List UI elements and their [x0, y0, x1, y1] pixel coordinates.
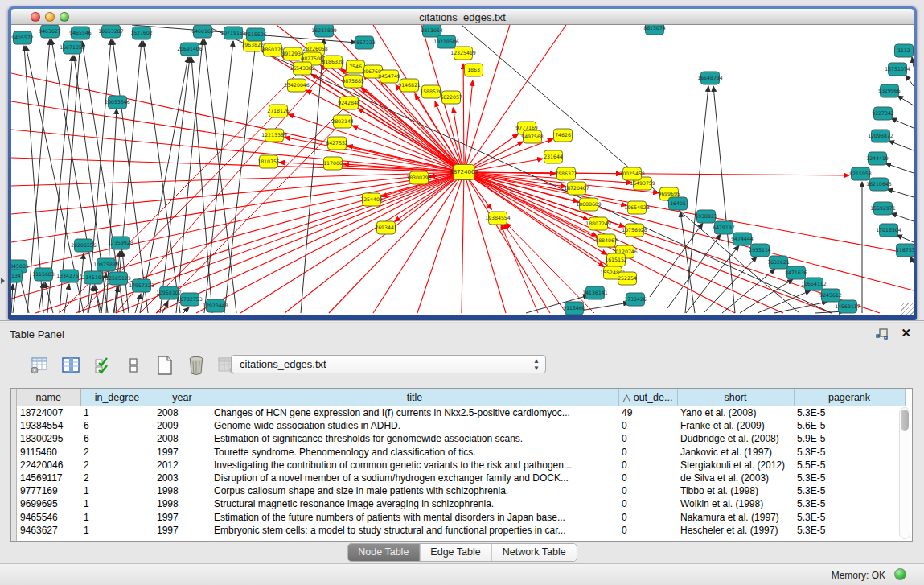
panel-collapse-arrow-icon[interactable] [1, 278, 5, 284]
cell-short[interactable]: Stergiakouli et al. (2012) [677, 459, 794, 472]
column-header-short[interactable]: short [677, 389, 794, 406]
network-edge[interactable] [885, 163, 914, 173]
network-edge[interactable] [462, 172, 464, 313]
cell-name[interactable]: 19384554 [17, 419, 80, 432]
cell-pagerank[interactable]: 5.6E-5 [794, 419, 905, 432]
cell-year[interactable]: 2009 [154, 419, 211, 432]
column-header-pagerank[interactable]: pagerank [794, 389, 905, 406]
column-header-title[interactable]: title [211, 389, 618, 406]
cell-name[interactable]: 9115460 [17, 446, 80, 459]
network-edge[interactable] [897, 235, 914, 242]
network-edge[interactable] [143, 41, 180, 313]
cell-title[interactable]: Genome-wide association studies in ADHD. [211, 419, 618, 432]
cell-name[interactable]: 9463627 [17, 524, 80, 537]
network-edge[interactable] [667, 234, 721, 308]
cell-name[interactable]: 9699695 [17, 497, 80, 510]
network-edge[interactable] [11, 73, 464, 172]
cell-short[interactable]: Jankovic et al. (1997) [677, 446, 794, 459]
cell-year[interactable]: 1997 [154, 524, 211, 537]
network-edge[interactable] [501, 225, 538, 313]
new-document-icon[interactable] [154, 355, 175, 376]
cell-in_degree[interactable]: 6 [80, 419, 154, 432]
cell-short[interactable]: Wolkin et al. (1998) [677, 497, 794, 510]
cell-short[interactable]: Yano et al. (2008) [677, 406, 794, 420]
cell-year[interactable]: 2012 [154, 459, 211, 472]
network-edge[interactable] [906, 75, 914, 86]
cell-name[interactable]: 9777169 [17, 484, 80, 497]
cell-pagerank[interactable]: 5.3E-5 [794, 446, 905, 459]
table-row[interactable]: 2242004622012Investigating the contribut… [17, 459, 905, 472]
network-edge[interactable] [463, 64, 464, 172]
network-edge[interactable] [680, 212, 695, 313]
cell-title[interactable]: Disruption of a novel member of a sodium… [211, 472, 618, 484]
column-header-year[interactable]: year [154, 389, 211, 406]
cell-short[interactable]: Tibbo et al. (1998) [677, 484, 794, 497]
tab-edge-table[interactable]: Edge Table [420, 544, 491, 561]
cell-short[interactable]: de Silva et al. (2003) [677, 472, 794, 484]
network-edge[interactable] [464, 172, 849, 175]
cell-pagerank[interactable]: 5.3E-5 [794, 511, 905, 524]
network-edge[interactable] [11, 172, 464, 270]
cell-name[interactable]: 22420046 [17, 459, 80, 472]
table-row[interactable]: 911546021997Tourette syndrome. Phenomeno… [17, 446, 905, 459]
network-edge[interactable] [11, 130, 464, 172]
network-edge[interactable] [183, 307, 189, 313]
cell-short[interactable]: Hescheler et al. (1997) [677, 524, 794, 537]
network-edge[interactable] [464, 172, 506, 313]
cell-pagerank[interactable]: 5.3E-5 [794, 484, 905, 497]
table-row[interactable]: 1456911722003Disruption of a novel membe… [17, 472, 905, 484]
float-window-icon[interactable] [876, 328, 889, 340]
network-edge[interactable] [685, 86, 708, 313]
network-edge[interactable] [191, 57, 212, 313]
network-edge[interactable] [329, 172, 464, 313]
cell-pagerank[interactable]: 5.3E-5 [794, 497, 905, 510]
tab-node-table[interactable]: Node Table [347, 544, 420, 561]
cell-name[interactable]: 18724007 [17, 406, 80, 420]
resize-grip[interactable] [901, 303, 914, 315]
cell-out_de[interactable]: 0 [618, 497, 677, 510]
network-edge[interactable] [79, 253, 84, 313]
cell-out_de[interactable]: 0 [618, 459, 677, 472]
cell-pagerank[interactable]: 5.3E-5 [794, 524, 905, 537]
table-row[interactable]: 969969511998Structural magnetic resonanc… [17, 497, 905, 510]
cell-name[interactable]: 14569117 [17, 472, 80, 484]
table-scrollbar[interactable] [899, 407, 910, 539]
cell-out_de[interactable]: 0 [618, 472, 677, 484]
network-edge[interactable] [140, 103, 349, 313]
cell-out_de[interactable]: 49 [618, 406, 677, 420]
table-row[interactable]: 946362711997Embryonic stem cells: a mode… [17, 524, 905, 537]
network-edge[interactable] [912, 57, 914, 67]
cell-pagerank[interactable]: 5.9E-5 [794, 432, 905, 445]
table-row[interactable]: 946554611997Estimation of the future num… [17, 511, 905, 524]
table-row[interactable]: 1872400712008Changes of HCN gene express… [17, 406, 905, 420]
cell-title[interactable]: Changes of HCN gene expression and I(f) … [211, 406, 618, 420]
network-edge[interactable] [897, 96, 914, 105]
network-edge[interactable] [11, 172, 464, 299]
network-edge[interactable] [352, 126, 464, 172]
network-edge[interactable] [503, 224, 566, 313]
network-edge[interactable] [713, 86, 735, 313]
table-mode-icon[interactable] [29, 355, 50, 376]
network-edge[interactable] [11, 172, 464, 242]
column-header-in-degree[interactable]: in_degree [80, 389, 154, 406]
network-edge[interactable] [650, 223, 703, 297]
network-edge[interactable] [686, 245, 739, 313]
cell-year[interactable]: 2008 [154, 406, 211, 420]
cell-in_degree[interactable]: 6 [80, 432, 154, 445]
cell-short[interactable]: Dudbridge et al. (2008) [677, 432, 794, 445]
network-edge[interactable] [887, 189, 914, 197]
network-canvas[interactable]: 1830029579638228860128891293428226058982… [11, 25, 914, 315]
network-edge[interactable] [95, 286, 101, 313]
network-edge[interactable] [891, 213, 914, 221]
clear-selection-icon[interactable] [123, 355, 144, 376]
cell-short[interactable]: Franke et al. (2009) [677, 419, 794, 432]
table-row[interactable]: 1830029562008Estimation of significance … [17, 432, 905, 445]
cell-out_de[interactable]: 0 [618, 446, 677, 459]
network-edge[interactable] [889, 141, 914, 150]
network-edge[interactable] [891, 118, 914, 128]
cell-title[interactable]: Investigating the contribution of common… [211, 459, 618, 472]
show-columns-icon[interactable] [60, 355, 81, 376]
cell-in_degree[interactable]: 1 [80, 484, 154, 497]
cell-out_de[interactable]: 0 [618, 484, 677, 497]
cell-pagerank[interactable]: 5.5E-5 [794, 459, 905, 472]
